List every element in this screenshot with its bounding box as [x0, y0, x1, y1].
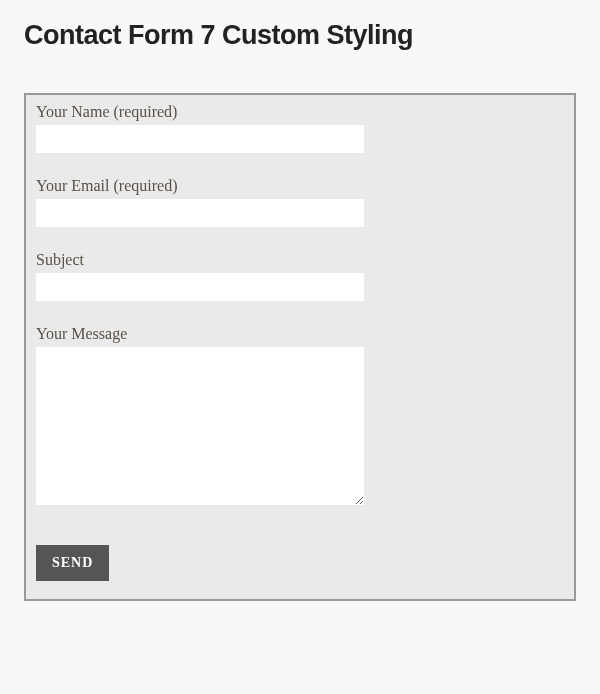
email-label: Your Email (required) [36, 177, 564, 195]
email-input[interactable] [36, 199, 364, 227]
message-field-group: Your Message [36, 325, 564, 505]
contact-form: Your Name (required) Your Email (require… [24, 93, 576, 601]
subject-input[interactable] [36, 273, 364, 301]
page-title: Contact Form 7 Custom Styling [24, 20, 576, 51]
name-field-group: Your Name (required) [36, 103, 564, 153]
message-label: Your Message [36, 325, 564, 343]
subject-field-group: Subject [36, 251, 564, 301]
email-field-group: Your Email (required) [36, 177, 564, 227]
subject-label: Subject [36, 251, 564, 269]
name-input[interactable] [36, 125, 364, 153]
message-textarea[interactable] [36, 347, 364, 505]
name-label: Your Name (required) [36, 103, 564, 121]
send-button[interactable]: SEND [36, 545, 109, 581]
